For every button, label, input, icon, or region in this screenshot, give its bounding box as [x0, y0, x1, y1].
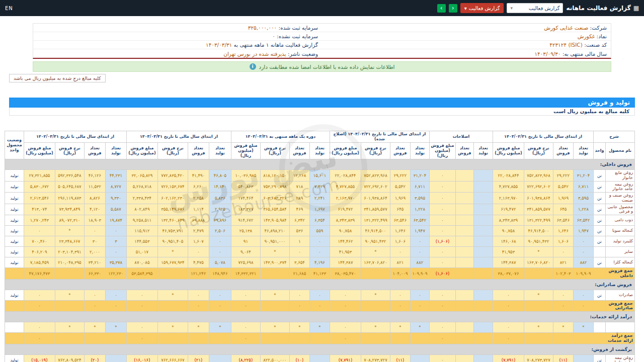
product-name-cell: سایر [606, 247, 635, 257]
report-filter-button[interactable]: گزارش فعالیت ▾ [460, 3, 504, 13]
value-cell: ۰ [390, 300, 410, 312]
value-cell [473, 322, 493, 333]
value-cell: ۷۵۳,۲۹۰,۷۹۸ [260, 181, 289, 193]
unit-cell [593, 268, 605, 280]
data-row: روغن نیمه جامد خانوارتن(۱۱)۷۰۸,۲۷۳,۷۲۷(۷… [5, 354, 634, 362]
value-cell: * [524, 247, 553, 257]
value-cell: * [209, 322, 231, 333]
value-cell: * [573, 322, 593, 333]
table-subtitle: کلیه مبالغ به میلیون ریال است [9, 108, 635, 116]
value-cell: ۷۶۲,۸۰۹,۵۲۴ [55, 354, 84, 362]
production-sales-section-header: تولید و فروش [9, 98, 635, 108]
value-cell: ۹,۳۳۰ [105, 193, 126, 204]
value-cell: ۱۴۳,۹۰۰,۳۷۴ [260, 257, 289, 268]
value-cell [455, 247, 473, 257]
value-cell: ۰ [330, 333, 361, 344]
issuer-status-value: پذیرفته شده در بورس تهران [223, 51, 286, 57]
value-cell: ۶۶,۳۳۰ [84, 268, 105, 280]
section-row: درآمد ارائه خدمات: [5, 312, 634, 322]
value-cell: ۱,۱۱۴ [188, 204, 209, 215]
name-column-header: نام محصول [606, 143, 635, 159]
value-cell: ۱,۹۴۷ [410, 226, 429, 236]
value-cell: ۳۴۱,۸۵۹,۵۷۷ [524, 204, 553, 215]
value-cell: ۷۱۸ [289, 181, 309, 193]
value-cell [455, 300, 473, 312]
value-cell [361, 300, 390, 312]
amounts-note-row: کلیه مبالغ درج شده به میلیون ریال می باش… [9, 72, 635, 82]
value-cell [260, 333, 289, 344]
value-cell: ۹۰,۹۵۱,۴۳۲ [361, 236, 390, 247]
value-cell: ۸۱۸,۱۲۰,۱۵۰ [260, 170, 289, 182]
value-cell: (۱۵,۰۱۹) [24, 354, 55, 362]
section-row: فروش صادراتی: [5, 279, 634, 290]
value-cell [473, 257, 493, 268]
value-cell: ۰ [429, 204, 455, 215]
value-cell: ۷۲۲,۶۹۲,۶۰۲ [361, 181, 390, 193]
value-cell: ۹۰,۹۵۱,۴۰۵ [157, 236, 188, 247]
value-cell: ۱,۹۶۹ [553, 193, 573, 204]
status-cell: تولید [5, 226, 24, 236]
value-cell: ۷۰۰,۴۶۰ [24, 236, 55, 247]
value-cell: ۵,۸۳۰,۶۷۲ [24, 181, 55, 193]
value-cell: ۱,۶۹۷ [309, 204, 330, 215]
value-cell: ۰ [209, 290, 231, 300]
value-cell: ۱۴۴,۵۵۳ [126, 236, 157, 247]
sub-column-header: تعداد فروش [390, 143, 410, 159]
value-cell [84, 333, 105, 344]
section-label: فروش داخلی: [5, 159, 634, 170]
value-cell: * [390, 322, 410, 333]
value-cell: ۰ [126, 300, 157, 312]
value-cell: ۴۶,۹۱۴,۵۰۰ [361, 226, 390, 236]
value-cell: ۸۹,۰۷۲,۳۱۰ [55, 215, 84, 226]
section-label: فروش صادراتی: [5, 279, 634, 290]
value-cell: ۶۱۹,۴۷۲ [330, 204, 361, 215]
symbol-value: غکورش [578, 33, 595, 39]
value-cell: ۳۲,۰۶۵,۸۲۹ [126, 170, 157, 182]
value-cell: ۸۲۱ [390, 257, 410, 268]
value-cell [260, 268, 289, 280]
value-cell: ۶۴۵ [553, 204, 573, 215]
value-cell: ۱۳۱,۳۲۲,۴۹۹ [524, 215, 553, 226]
value-cell: ۶۳,۵۴۲ [573, 215, 593, 226]
value-cell: ۶۱۹,۴۷۲ [493, 204, 524, 215]
prev-period-button[interactable]: ‹ [449, 4, 457, 13]
value-cell: ۰ [573, 300, 593, 312]
value-cell: ۰ [493, 300, 524, 312]
value-cell: ۰ [231, 290, 260, 300]
next-period-button[interactable]: › [437, 4, 446, 13]
value-cell [473, 226, 493, 236]
sub-column-header: مبلغ فروش (میلیون ریال) [24, 143, 55, 159]
value-cell: ۶۳,۵۴۲ [410, 215, 429, 226]
value-cell [473, 354, 493, 362]
language-toggle[interactable]: EN [5, 6, 13, 11]
value-cell: ۴,۴۷۵ [188, 257, 209, 268]
value-cell: (۲۱) [188, 354, 209, 362]
value-cell: ۱,۲۲۸ [573, 204, 593, 215]
report-type-select[interactable]: گزارش فعالیت ▾ [507, 3, 563, 13]
value-cell: ۶۰۱,۹۳۸,۸۶۴ [524, 193, 553, 204]
value-cell: * [260, 290, 289, 300]
value-cell: ۴۶۹ [289, 204, 309, 215]
page-title-text: گزارش فعالیت ماهانه [566, 5, 630, 12]
value-cell: ۰ [126, 290, 157, 300]
value-cell: ۱۶۳,۷۰۶,۸۲۰ [524, 257, 553, 268]
status-cell: تولید [5, 354, 24, 362]
sub-column-header: تعداد تولید [209, 143, 231, 159]
value-cell: ۷۲۲,۶۹۲,۶۰۲ [524, 181, 553, 193]
value-cell [105, 333, 126, 344]
value-cell: ۶۳,۵۴۶ [553, 215, 573, 226]
value-cell: ۶۹,۸۹۶ [209, 215, 231, 226]
product-name-cell: کلینرد تولید [606, 236, 635, 247]
unit-cell: تن [593, 257, 605, 268]
period-group-header: از ابتدای سال مالی تا تاریخ ۱۴۰۳/۰۲/۳۱ [493, 131, 593, 143]
chevron-left-icon: ‹ [452, 5, 454, 12]
value-cell: ۰ [209, 236, 231, 247]
product-name-cell: روغن نیمه جامد خانوار [606, 181, 635, 193]
value-cell [209, 333, 231, 344]
unit-cell: تن [593, 170, 605, 182]
value-cell: ۰ [105, 300, 126, 312]
chevron-down-icon: ▾ [464, 6, 467, 11]
value-cell: ۰ [553, 247, 573, 257]
value-cell: ۱۴۳,۹۰۵,۹۸۴ [260, 215, 289, 226]
value-cell: (۱۶,۰۱۶) [126, 354, 157, 362]
